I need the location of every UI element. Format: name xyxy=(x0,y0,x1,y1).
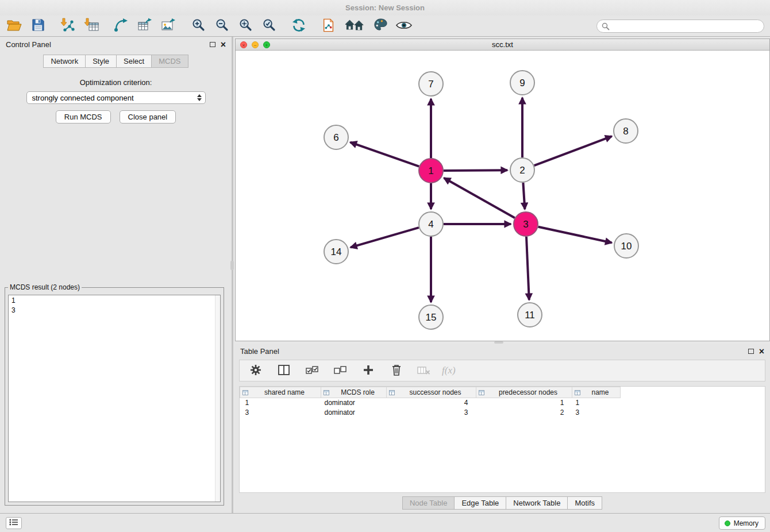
graph-edge-3-1[interactable] xyxy=(444,178,515,218)
select-all-button[interactable] xyxy=(303,362,321,379)
deselect-all-button[interactable] xyxy=(332,362,349,379)
tab-mcds[interactable]: MCDS xyxy=(152,55,188,68)
export-image-button[interactable] xyxy=(160,17,177,34)
add-entry-button[interactable] xyxy=(360,362,377,379)
main-toolbar xyxy=(0,16,770,37)
table-cell[interactable]: dominator xyxy=(321,398,387,408)
graph-node-11[interactable]: 11 xyxy=(518,303,542,327)
graph-node-2[interactable]: 2 xyxy=(510,158,534,182)
run-mcds-button[interactable]: Run MCDS xyxy=(56,110,111,124)
document-network-icon xyxy=(322,18,336,34)
table-panel: Table Panel × f(x) share xyxy=(234,344,770,513)
float-panel-icon[interactable] xyxy=(210,42,215,47)
table-row[interactable]: 3dominator323 xyxy=(240,408,621,418)
table-cell[interactable]: 1 xyxy=(476,398,572,408)
svg-text:11: 11 xyxy=(525,310,535,321)
task-history-button[interactable] xyxy=(6,517,22,529)
tab-motifs[interactable]: Motifs xyxy=(568,496,602,510)
vertical-splitter-handle[interactable] xyxy=(230,261,234,270)
table-cell[interactable]: 1 xyxy=(240,398,321,408)
graph-edge-3-11[interactable] xyxy=(526,237,529,300)
svg-text:3: 3 xyxy=(523,219,528,230)
graph-node-1[interactable]: 1 xyxy=(419,159,443,183)
graph-edge-1-6[interactable] xyxy=(351,142,419,167)
show-all-button[interactable] xyxy=(344,17,365,34)
gear-icon xyxy=(250,364,261,377)
table-cell[interactable]: dominator xyxy=(321,408,387,418)
column-header[interactable]: predecessor nodes xyxy=(476,387,572,398)
close-panel-button[interactable]: Close panel xyxy=(120,110,176,124)
table-cell[interactable]: 4 xyxy=(387,398,476,408)
optimization-criterion-select[interactable]: strongly connected component xyxy=(26,91,206,104)
search-input[interactable] xyxy=(596,20,764,33)
column-header[interactable]: successor nodes xyxy=(387,387,476,398)
zoom-out-button[interactable] xyxy=(213,17,230,34)
table-row[interactable]: 1dominator411 xyxy=(240,398,621,408)
tab-edge-table[interactable]: Edge Table xyxy=(455,496,506,510)
tab-network[interactable]: Network xyxy=(43,55,86,68)
open-folder-icon xyxy=(7,19,22,33)
graph-node-15[interactable]: 15 xyxy=(419,305,443,329)
new-network-button[interactable] xyxy=(113,17,130,34)
svg-text:10: 10 xyxy=(621,241,632,252)
minimize-window-button[interactable]: − xyxy=(252,41,259,48)
graph-node-8[interactable]: 8 xyxy=(614,119,638,143)
network-canvas[interactable]: 7968124314101511 xyxy=(236,51,769,341)
column-header[interactable]: shared name xyxy=(240,387,321,398)
float-table-panel-icon[interactable] xyxy=(748,349,754,354)
tab-style[interactable]: Style xyxy=(86,55,117,68)
open-session-button[interactable] xyxy=(6,17,23,34)
close-table-panel-icon[interactable]: × xyxy=(759,349,764,354)
graph-node-7[interactable]: 7 xyxy=(419,72,443,96)
zoom-fit-button[interactable] xyxy=(237,17,254,34)
column-header[interactable]: MCDS role xyxy=(321,387,387,398)
import-network-button[interactable] xyxy=(59,17,76,34)
refresh-layout-button[interactable] xyxy=(290,17,307,34)
optimization-criterion-value: strongly connected component xyxy=(32,94,134,102)
first-neighbors-button[interactable] xyxy=(320,17,337,34)
table-options-button[interactable] xyxy=(247,362,264,379)
show-hide-button[interactable] xyxy=(395,17,413,34)
show-columns-button[interactable] xyxy=(275,362,292,379)
save-session-button[interactable] xyxy=(29,17,47,34)
close-panel-icon[interactable]: × xyxy=(221,42,226,48)
apply-style-button[interactable] xyxy=(372,17,389,34)
import-table-button[interactable] xyxy=(83,17,100,34)
network-graph[interactable]: 7968124314101511 xyxy=(236,51,769,341)
graph-node-6[interactable]: 6 xyxy=(324,125,348,149)
graph-node-14[interactable]: 14 xyxy=(324,240,348,264)
graph-node-3[interactable]: 3 xyxy=(514,212,538,236)
result-scrollbar[interactable] xyxy=(215,295,220,502)
table-panel-tabs: Node TableEdge TableNetwork TableMotifs xyxy=(234,496,770,510)
export-table-button[interactable] xyxy=(136,17,153,34)
column-header[interactable]: name xyxy=(572,387,621,398)
memory-button[interactable]: Memory xyxy=(719,516,765,530)
zoom-in-button[interactable] xyxy=(190,17,207,34)
checked-boxes-icon xyxy=(306,365,318,376)
tab-node-table[interactable]: Node Table xyxy=(402,496,455,510)
tab-network-table[interactable]: Network Table xyxy=(506,496,568,510)
zoom-selected-button[interactable] xyxy=(260,17,278,34)
table-cell[interactable]: 3 xyxy=(240,408,321,418)
graph-edge-3-10[interactable] xyxy=(538,227,612,243)
graph-edge-2-8[interactable] xyxy=(534,136,612,165)
delete-entry-button[interactable] xyxy=(388,362,405,379)
table-cell[interactable]: 3 xyxy=(572,408,621,418)
network-window-titlebar: × − + scc.txt xyxy=(236,39,769,51)
graph-node-4[interactable]: 4 xyxy=(419,212,443,236)
graph-edge-4-14[interactable] xyxy=(351,228,419,248)
svg-text:7: 7 xyxy=(428,79,433,90)
table-cell[interactable]: 2 xyxy=(476,408,572,418)
table-cell[interactable]: 1 xyxy=(572,398,621,408)
table-cell[interactable]: 3 xyxy=(387,408,476,418)
tab-select[interactable]: Select xyxy=(117,55,152,68)
close-window-button[interactable]: × xyxy=(240,41,247,48)
column-label: name xyxy=(591,388,609,396)
refresh-icon xyxy=(291,18,306,34)
control-panel-title: Control Panel xyxy=(6,40,51,49)
graph-edge-1-2[interactable] xyxy=(444,170,507,171)
graph-node-9[interactable]: 9 xyxy=(510,71,534,95)
zoom-window-button[interactable]: + xyxy=(263,41,270,48)
graph-node-10[interactable]: 10 xyxy=(614,234,638,258)
graph-edge-2-3[interactable] xyxy=(523,183,525,209)
